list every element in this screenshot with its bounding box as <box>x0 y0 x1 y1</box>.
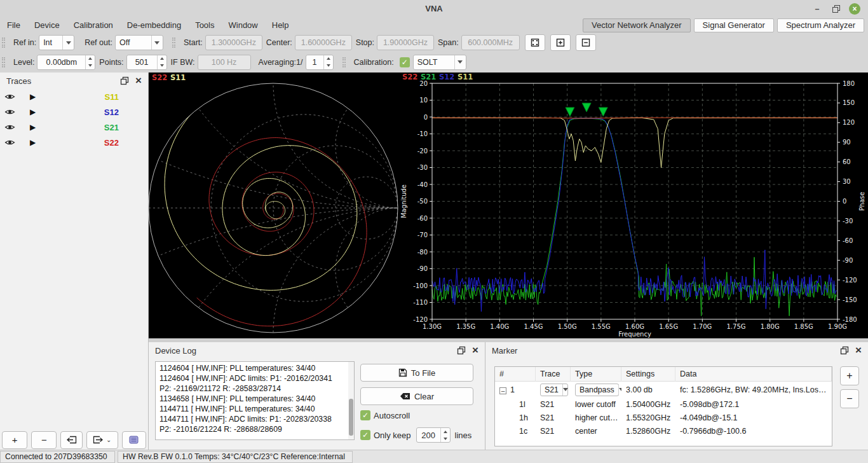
toolbar-handle[interactable] <box>342 57 346 67</box>
svg-text:1.70G: 1.70G <box>693 323 712 330</box>
menu-device[interactable]: Device <box>27 18 67 32</box>
add-trace-button[interactable]: + <box>2 431 27 449</box>
ref-out-select[interactable]: Off <box>115 35 163 50</box>
close-panel-icon[interactable]: × <box>135 76 142 86</box>
trace-label-s12[interactable]: S12 <box>104 107 119 117</box>
trace-row-s22[interactable]: ▶S22 <box>0 135 148 150</box>
menu-window[interactable]: Window <box>222 18 265 32</box>
keep-lines-row[interactable]: ✓ Only keep 200 lines <box>360 427 471 443</box>
visibility-eye-icon[interactable] <box>4 108 30 116</box>
log-line: 1144711 [ HW,INF]: ADC limits: P1: -2028… <box>159 415 345 435</box>
add-marker-button[interactable]: + <box>840 366 859 385</box>
trace-row-s11[interactable]: ▶S11 <box>0 89 148 104</box>
center-field[interactable]: 1.60000GHz <box>295 35 352 50</box>
frequency-chart[interactable]: 1.30G1.35G1.40G1.45G1.50G1.55G1.60G1.65G… <box>400 73 868 338</box>
tab-vector-network-analyzer[interactable]: Vector Network Analyzer <box>583 18 691 32</box>
marker-col-data: Data <box>675 367 832 382</box>
remove-trace-button[interactable]: − <box>31 431 57 449</box>
zoom-out-button[interactable] <box>576 34 596 51</box>
center-label: Center: <box>266 38 292 47</box>
close-button[interactable]: × <box>849 3 860 15</box>
svg-text:-100: -100 <box>413 282 428 289</box>
marker-trace-select[interactable]: S21 <box>540 384 568 396</box>
autoscroll-checkbox[interactable]: ✓ <box>360 410 370 420</box>
toolbar-handle[interactable] <box>2 38 5 48</box>
visibility-eye-icon[interactable] <box>4 123 30 131</box>
visibility-eye-icon[interactable] <box>4 93 30 100</box>
expand-trace-icon[interactable]: ▶ <box>30 107 68 116</box>
float-panel-icon[interactable] <box>840 346 849 355</box>
float-panel-icon[interactable] <box>120 76 129 85</box>
averaging-stepper[interactable]: 1 <box>306 55 334 70</box>
trace-label-s11[interactable]: S11 <box>105 92 119 102</box>
autoscroll-checkbox-row[interactable]: ✓ Autoscroll <box>360 410 410 420</box>
device-log-panel: Device Log × 1124604 [ HW,INF]: PLL temp… <box>149 342 485 450</box>
toolbar-handle[interactable] <box>172 38 175 48</box>
marker-type: higher cut… <box>571 413 621 422</box>
marker-type: Bandpass <box>571 382 621 397</box>
marker-trace: S21 <box>536 413 571 422</box>
spinner-arrows[interactable] <box>85 55 95 69</box>
menu-de-embedding[interactable]: De-embedding <box>120 18 188 32</box>
marker-row-1c[interactable]: 1cS21center1.52860GHz-0.7966db@-100.6 <box>495 424 832 438</box>
trace-label-s22[interactable]: S22 <box>104 138 119 148</box>
calibration-checkbox[interactable]: ✓ <box>400 57 410 67</box>
keep-lines-stepper[interactable]: 200 <box>416 427 451 443</box>
level-stepper[interactable]: 0.00dbm <box>37 55 95 70</box>
start-field[interactable]: 1.30000GHz <box>205 35 262 50</box>
tab-spectrum-analyzer[interactable]: Spectrum Analyzer <box>777 18 864 32</box>
trace-row-s21[interactable]: ▶S21 <box>0 120 148 135</box>
expand-trace-icon[interactable]: ▶ <box>30 138 68 147</box>
log-view-button[interactable] <box>122 431 146 449</box>
close-panel-icon[interactable]: × <box>472 345 478 356</box>
marker-row-1h[interactable]: 1hS21higher cut…1.55320GHz-4.049db@-15.1 <box>495 411 832 424</box>
stop-field[interactable]: 1.90000GHz <box>377 35 434 50</box>
marker-row-1l[interactable]: 1lS21lower cutoff1.50400GHz-5.098db@172.… <box>495 397 832 411</box>
log-scrollbar[interactable] <box>348 362 354 439</box>
menu-calibration[interactable]: Calibration <box>67 18 120 32</box>
restore-button[interactable] <box>831 4 841 14</box>
spinner-arrows[interactable] <box>440 428 450 442</box>
marker-type-select[interactable]: Bandpass <box>575 384 619 396</box>
scrollbar-thumb[interactable] <box>349 399 353 436</box>
export-button[interactable]: ⌄ <box>86 431 118 449</box>
marker-row-1[interactable]: –1S21Bandpass3.00 dbfc: 1.5286GHz, BW: 4… <box>495 382 832 397</box>
toolbar-handle[interactable] <box>2 57 5 67</box>
points-stepper[interactable]: 501 <box>126 55 167 70</box>
calibration-select[interactable]: SOLT <box>413 55 466 70</box>
device-log-title: Device Log <box>155 346 196 356</box>
ifbw-field[interactable]: 100 Hz <box>198 55 251 70</box>
log-text-area[interactable]: 1124604 [ HW,INF]: PLL temperatures: 34/… <box>155 361 355 440</box>
zoom-in-button[interactable] <box>550 34 571 51</box>
float-panel-icon[interactable] <box>457 346 466 355</box>
span-field[interactable]: 600.000MHz <box>461 35 520 50</box>
clear-button[interactable]: Clear <box>360 387 473 405</box>
menu-tools[interactable]: Tools <box>188 18 221 32</box>
title-bar: VNA – × <box>0 0 868 18</box>
collapse-marker-icon[interactable]: – <box>499 387 506 394</box>
import-button[interactable] <box>60 431 82 449</box>
zoom-reset-button[interactable] <box>525 34 545 51</box>
marker-settings: 3.00 db <box>621 385 675 394</box>
visibility-eye-icon[interactable] <box>4 139 30 146</box>
svg-text:-60: -60 <box>843 237 853 244</box>
remove-marker-button[interactable]: − <box>840 389 859 408</box>
spinner-arrows[interactable] <box>323 55 333 69</box>
tab-signal-generator[interactable]: Signal Generator <box>694 18 774 32</box>
close-panel-icon[interactable]: × <box>855 345 862 356</box>
ref-in-select[interactable]: Int <box>39 35 74 50</box>
expand-trace-icon[interactable]: ▶ <box>30 123 68 132</box>
menu-help[interactable]: Help <box>265 18 296 32</box>
chart-area: S22S11 1.30G1.35G1.40G1.45G1.50G1.55G1.6… <box>149 73 868 338</box>
menu-file[interactable]: File <box>0 18 27 32</box>
minimize-button[interactable]: – <box>812 4 822 14</box>
svg-text:-40: -40 <box>417 181 428 188</box>
to-file-button[interactable]: To File <box>360 364 473 382</box>
smith-chart[interactable]: S22S11 <box>149 73 400 338</box>
trace-label-s21[interactable]: S21 <box>104 123 119 132</box>
trace-row-s12[interactable]: ▶S12 <box>0 104 148 120</box>
spinner-arrows[interactable] <box>157 55 166 69</box>
keep-lines-checkbox[interactable]: ✓ <box>360 430 370 440</box>
svg-text:120: 120 <box>843 119 855 126</box>
expand-trace-icon[interactable]: ▶ <box>30 92 68 101</box>
